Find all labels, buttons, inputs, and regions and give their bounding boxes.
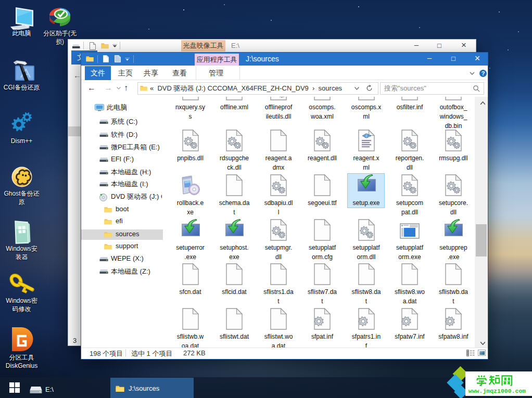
svg-text:>: > <box>368 133 371 138</box>
